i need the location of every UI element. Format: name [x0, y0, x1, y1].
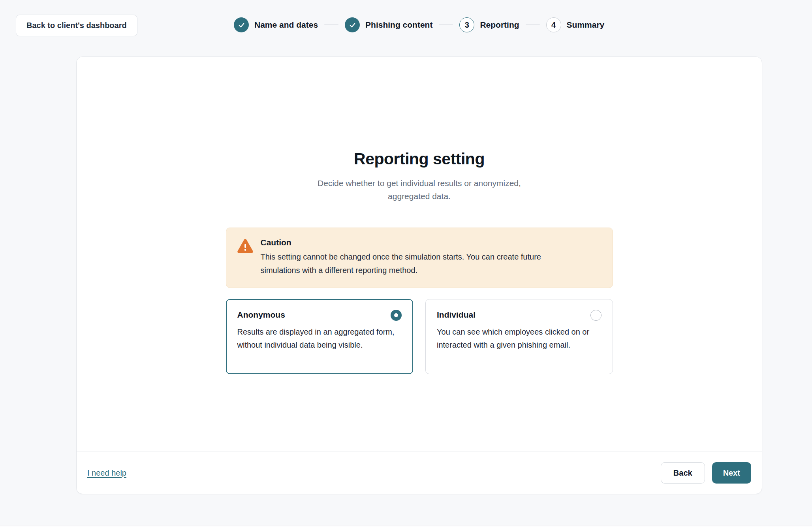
step-connector: [439, 24, 453, 25]
option-title: Anonymous: [237, 309, 285, 320]
step-label: Summary: [567, 20, 605, 30]
step-status-circle: 4: [546, 17, 561, 32]
page-subtitle: Decide whether to get individual results…: [309, 177, 530, 203]
stepper-step-name-and-dates[interactable]: Name and dates: [234, 17, 318, 32]
footer-actions: Back Next: [661, 462, 751, 484]
caution-text: Caution This setting cannot be changed o…: [261, 238, 581, 277]
step-connector: [324, 24, 338, 25]
option-card-individual[interactable]: Individual You can see which employees c…: [425, 299, 613, 374]
wizard-stepper: Name and dates Phishing content 3 Report…: [234, 17, 604, 32]
option-title: Individual: [437, 309, 476, 320]
wizard-card: Reporting setting Decide whether to get …: [76, 56, 762, 494]
wizard-footer: I need help Back Next: [77, 452, 762, 494]
check-icon: [349, 21, 356, 29]
step-label: Phishing content: [365, 20, 432, 30]
step-connector: [526, 24, 540, 25]
option-description: Results are displayed in an aggregated f…: [237, 326, 402, 352]
back-button[interactable]: Back: [661, 462, 705, 484]
stepper-step-reporting[interactable]: 3 Reporting: [459, 17, 519, 32]
step-status-circle: [234, 17, 249, 32]
back-to-dashboard-button[interactable]: Back to client's dashboard: [16, 15, 137, 36]
caution-body: This setting cannot be changed once the …: [261, 250, 581, 277]
radio-selected-icon[interactable]: [391, 310, 402, 321]
bottom-edge-strip: [0, 525, 812, 527]
reporting-options: Anonymous Results are displayed in an ag…: [226, 299, 613, 374]
option-card-anonymous[interactable]: Anonymous Results are displayed in an ag…: [226, 299, 414, 374]
step-label: Reporting: [480, 20, 519, 30]
next-button[interactable]: Next: [712, 462, 751, 484]
check-icon: [238, 21, 245, 29]
warning-triangle-icon: [237, 239, 253, 254]
stepper-step-phishing-content[interactable]: Phishing content: [345, 17, 432, 32]
step-status-circle: 3: [459, 17, 474, 32]
option-description: You can see which employees clicked on o…: [437, 326, 601, 352]
caution-alert: Caution This setting cannot be changed o…: [226, 228, 613, 288]
stepper-step-summary[interactable]: 4 Summary: [546, 17, 605, 32]
step-label: Name and dates: [254, 20, 318, 30]
radio-unselected-icon[interactable]: [590, 310, 601, 321]
help-link[interactable]: I need help: [87, 469, 126, 478]
step-status-circle: [345, 17, 360, 32]
page-title: Reporting setting: [226, 57, 613, 168]
caution-title: Caution: [261, 238, 581, 247]
